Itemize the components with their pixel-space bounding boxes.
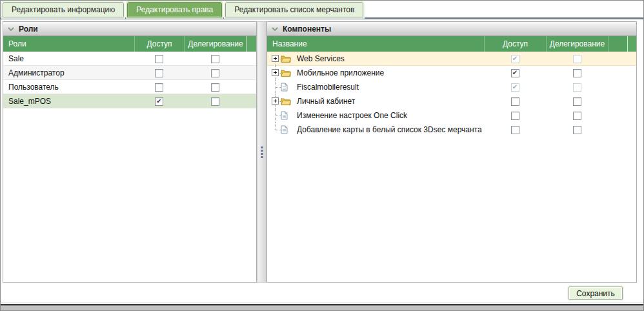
access-checkbox (511, 55, 519, 63)
chevron-down-icon[interactable] (8, 27, 14, 31)
tree-gutter (267, 123, 297, 137)
components-panel-header[interactable]: Компоненты (267, 22, 636, 36)
components-column-header-access[interactable]: Доступ (484, 36, 546, 52)
tab-underline (1, 17, 643, 19)
components-header-stub (627, 36, 636, 52)
delegation-checkbox[interactable] (211, 97, 219, 106)
expand-plus-icon[interactable] (272, 97, 279, 105)
role-name: Пользователь (3, 83, 134, 92)
table-row[interactable]: Администратор (3, 66, 256, 80)
tab-edit-merchants[interactable]: Редактировать список мерчантов (225, 2, 363, 17)
roles-panel-header[interactable]: Роли (3, 22, 256, 36)
table-row[interactable]: Пользователь (3, 80, 256, 94)
delegation-checkbox[interactable] (573, 126, 581, 134)
roles-panel: Роли Роли Доступ Делегирование SaleАдмин… (3, 21, 257, 283)
component-name: Личный кабинет (297, 97, 484, 106)
table-row[interactable]: Sale_mPOS (3, 94, 256, 108)
tree-gutter (267, 80, 297, 94)
delegation-checkbox[interactable] (573, 112, 581, 120)
window-bottom-edge (1, 303, 643, 310)
delegation-checkbox (573, 55, 581, 63)
tree-row[interactable]: Web Services (267, 52, 636, 66)
tree-connector (275, 123, 276, 130)
tab-bar: Редактировать информациюРедактировать пр… (3, 2, 363, 17)
role-name: Sale (3, 54, 134, 63)
expand-plus-icon[interactable] (272, 55, 279, 62)
access-checkbox[interactable] (155, 83, 163, 92)
component-name: Изменение настроек One Click (297, 111, 484, 120)
file-icon (281, 111, 288, 120)
role-name: Администратор (3, 68, 134, 77)
table-row[interactable]: Sale (3, 52, 256, 66)
tree-row[interactable]: Личный кабинет (267, 94, 636, 108)
roles-panel-title: Роли (19, 25, 38, 34)
component-name: Web Services (297, 54, 484, 63)
roles-grid-header: Роли Доступ Делегирование (3, 36, 256, 52)
roles-column-header-access[interactable]: Доступ (134, 36, 184, 52)
save-button[interactable]: Сохранить (569, 286, 623, 300)
access-checkbox (511, 83, 519, 92)
roles-column-header-name[interactable]: Роли (3, 36, 134, 52)
components-header-tail (608, 36, 636, 52)
components-grid-header: Название Доступ Делегирование (267, 36, 636, 52)
role-name: Sale_mPOS (3, 97, 134, 106)
panel-splitter[interactable] (257, 21, 267, 283)
roles-rows: SaleАдминистраторПользовательSale_mPOS (3, 52, 256, 282)
tree-row[interactable]: Fiscalmobileresult (267, 80, 636, 94)
permissions-window: Редактировать информациюРедактировать пр… (0, 0, 644, 311)
access-checkbox[interactable] (511, 126, 519, 134)
tree-row[interactable]: Изменение настроек One Click (267, 108, 636, 123)
folder-icon (281, 55, 291, 63)
delegation-checkbox[interactable] (211, 69, 219, 77)
file-icon (281, 125, 288, 134)
component-name: Мобильное приложение (297, 68, 484, 77)
components-panel: Компоненты Название Доступ Делегирование… (267, 21, 637, 283)
tab-edit-info[interactable]: Редактировать информацию (3, 2, 124, 17)
file-icon (281, 83, 288, 92)
components-rows: Web ServicesМобильное приложениеFiscalmo… (267, 52, 636, 282)
access-checkbox[interactable] (511, 69, 519, 77)
delegation-checkbox[interactable] (573, 69, 581, 77)
components-column-header-delegation[interactable]: Делегирование (546, 36, 608, 52)
components-panel-title: Компоненты (283, 25, 331, 34)
chevron-down-icon[interactable] (272, 27, 278, 31)
delegation-checkbox[interactable] (211, 83, 219, 92)
delegation-checkbox[interactable] (573, 97, 581, 106)
delegation-checkbox (573, 83, 581, 92)
tree-gutter (267, 94, 297, 108)
tree-row[interactable]: Добавление карты в белый список 3Dsec ме… (267, 123, 636, 137)
expand-plus-icon[interactable] (272, 69, 279, 76)
access-checkbox[interactable] (155, 55, 163, 63)
folder-icon (281, 69, 291, 77)
access-checkbox[interactable] (511, 112, 519, 120)
component-name: Fiscalmobileresult (297, 83, 484, 92)
access-checkbox[interactable] (155, 97, 163, 106)
roles-header-stub (247, 36, 256, 52)
tree-gutter (267, 108, 297, 123)
delegation-checkbox[interactable] (211, 55, 219, 63)
tree-gutter (267, 52, 297, 66)
tab-edit-rights[interactable]: Редактировать права (127, 2, 222, 17)
tree-row[interactable]: Мобильное приложение (267, 66, 636, 80)
tree-gutter (267, 66, 297, 80)
folder-icon (281, 97, 291, 106)
components-column-header-name[interactable]: Название (267, 36, 484, 52)
access-checkbox[interactable] (155, 69, 163, 77)
component-name: Добавление карты в белый список 3Dsec ме… (297, 125, 484, 134)
splitter-grip-icon[interactable] (261, 146, 263, 158)
access-checkbox[interactable] (511, 97, 519, 106)
roles-column-header-delegation[interactable]: Делегирование (184, 36, 247, 52)
